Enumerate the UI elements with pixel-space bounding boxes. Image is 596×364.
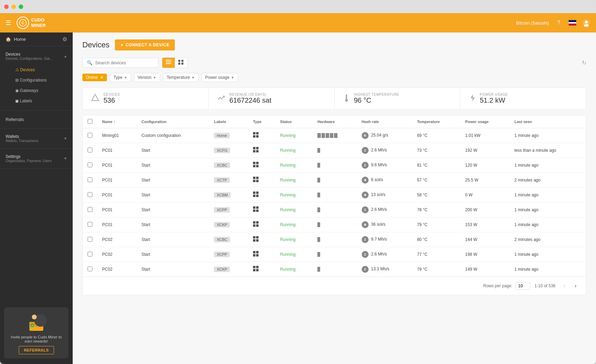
home-label: Home	[14, 37, 26, 42]
col-temperature[interactable]: Temperature	[412, 115, 460, 128]
help-icon[interactable]: ?	[554, 19, 563, 27]
row-status: Running	[275, 217, 313, 232]
toolbar: 🔍 ↻	[82, 57, 586, 68]
select-all-checkbox[interactable]	[88, 119, 92, 124]
svg-rect-20	[178, 63, 180, 65]
windows-icon	[253, 192, 259, 198]
svg-rect-26	[256, 132, 259, 134]
row-config: Start	[137, 262, 209, 277]
power-filter-dropdown[interactable]: Power usage ▼	[201, 73, 238, 82]
row-checkbox[interactable]	[88, 222, 92, 227]
svg-point-12	[32, 315, 37, 319]
col-hashrate[interactable]: Hash rate	[357, 115, 412, 128]
row-power: 120 W	[460, 158, 509, 173]
devices-icon: ⚠	[15, 67, 20, 72]
row-lastseen: 2 minutes ago	[509, 232, 586, 247]
row-checkbox[interactable]	[88, 192, 92, 197]
col-power[interactable]: Power usage	[460, 115, 509, 128]
referrals-button[interactable]: REFERRALS	[19, 346, 54, 354]
sidebar-item-referrals[interactable]: Referrals	[0, 113, 73, 125]
row-config: Custom configuration	[137, 128, 209, 143]
col-name[interactable]: Name ↑	[97, 115, 137, 128]
sidebar-settings-group: Settings Organisation, Payment, Users ▼	[0, 149, 73, 169]
row-hardware	[313, 262, 357, 277]
devices-stat-label: DEVICES	[103, 93, 120, 96]
hw-block	[326, 133, 329, 138]
col-configuration[interactable]: Configuration	[137, 115, 209, 128]
row-checkbox[interactable]	[88, 148, 92, 152]
search-input[interactable]	[95, 60, 154, 65]
row-checkbox[interactable]	[88, 237, 92, 242]
col-type[interactable]: Type	[248, 115, 275, 128]
svg-rect-64	[256, 269, 259, 271]
row-checkbox[interactable]	[88, 267, 92, 271]
svg-rect-63	[253, 269, 255, 271]
list-view-button[interactable]	[162, 58, 175, 68]
type-filter-dropdown[interactable]: Type ▼	[110, 73, 131, 82]
row-hardware	[313, 173, 357, 188]
row-lastseen: 1 minute ago	[509, 188, 586, 203]
next-page-button[interactable]: ›	[571, 281, 580, 291]
row-power: 1.01 kW	[460, 128, 509, 143]
sidebar-settings-header[interactable]: Settings Organisation, Payment, Users ▼	[0, 151, 73, 166]
label-badge: XCPP	[214, 207, 230, 213]
svg-rect-25	[253, 132, 255, 134]
language-icon[interactable]	[568, 19, 577, 27]
hamburger-icon[interactable]: ☰	[6, 19, 11, 27]
svg-rect-2	[569, 20, 576, 22]
version-filter-dropdown[interactable]: Version ▼	[134, 73, 160, 82]
app-window: ☰ C CUDO MINER Bitcoin (Satoshi) ?	[0, 0, 596, 364]
row-checkbox[interactable]	[88, 133, 92, 138]
minimize-button[interactable]	[11, 4, 16, 9]
col-hardware[interactable]: Hardware	[313, 115, 357, 128]
table-row: PC02StartXCPPRunningZ 2.6 Mh/s77 °C198 W…	[83, 247, 586, 262]
temperature-filter-dropdown[interactable]: Temperature ▼	[163, 73, 199, 82]
row-checkbox[interactable]	[88, 162, 92, 167]
row-checkbox-cell	[83, 247, 97, 262]
hash-icon: Z	[362, 162, 369, 169]
row-labels: XCBC	[209, 232, 248, 247]
svg-point-6	[585, 21, 588, 24]
svg-rect-31	[253, 150, 255, 152]
hw-block	[334, 133, 337, 138]
hw-block	[322, 133, 325, 138]
hw-block-sm	[317, 252, 320, 257]
prev-page-button[interactable]: ‹	[560, 281, 569, 291]
grid-view-button[interactable]	[175, 58, 187, 68]
col-labels[interactable]: Labels	[209, 115, 248, 128]
col-lastseen[interactable]: Last seen	[509, 115, 586, 128]
filter-close-icon[interactable]: ✕	[100, 75, 103, 80]
sidebar-item-gateways[interactable]: ◉ Gateways	[0, 85, 73, 96]
svg-rect-47	[253, 209, 255, 212]
sidebar-wallets-header[interactable]: Wallets Wallets, Transactions ▼	[0, 131, 73, 146]
svg-text:C: C	[21, 21, 24, 25]
row-type	[248, 232, 275, 247]
row-lastseen: 2 minutes ago	[509, 173, 586, 188]
sidebar-wallets-subtitle: Wallets, Transactions	[6, 139, 38, 143]
row-hashrate: Z 2.6 Mh/s	[357, 203, 412, 217]
currency-label: Bitcoin (Satoshi)	[516, 20, 549, 26]
rows-per-page-select[interactable]: 10 25 50	[515, 282, 530, 290]
settings-icon[interactable]: ⚙	[62, 36, 67, 43]
row-checkbox[interactable]	[88, 177, 92, 182]
connect-device-button[interactable]: + CONNECT A DEVICE	[115, 39, 175, 50]
devices-stat-icon	[91, 94, 99, 104]
row-lastseen: 1 minute ago	[509, 247, 586, 262]
row-checkbox[interactable]	[88, 207, 92, 212]
close-button[interactable]	[4, 4, 9, 9]
sidebar-item-home[interactable]: 🏠 Home	[6, 37, 26, 42]
col-status[interactable]: Status	[275, 115, 313, 128]
user-icon[interactable]	[582, 19, 590, 27]
sidebar-item-configurations[interactable]: ⊞ Configurations	[0, 75, 73, 85]
row-name: Mining01	[97, 128, 137, 143]
row-temperature: 80 °C	[412, 232, 460, 247]
windows-icon	[253, 207, 259, 213]
maximize-button[interactable]	[19, 4, 23, 9]
sidebar-item-devices[interactable]: ⚠ Devices	[0, 65, 73, 75]
row-checkbox[interactable]	[88, 252, 92, 256]
toolbar-left: 🔍	[82, 57, 188, 68]
sidebar-devices-header[interactable]: Devices Devices, Configurations, Gat... …	[0, 49, 73, 63]
sidebar-item-labels[interactable]: ◼ Labels	[0, 96, 73, 106]
home-icon: 🏠	[6, 37, 11, 42]
refresh-icon[interactable]: ↻	[582, 59, 586, 66]
